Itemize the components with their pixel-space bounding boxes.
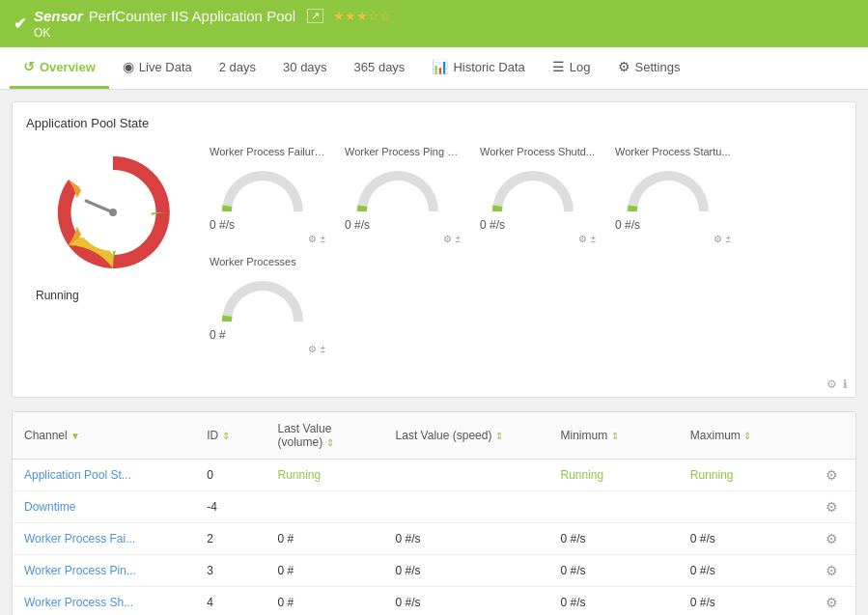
external-link-icon[interactable]: ↗	[307, 9, 323, 23]
row-gear-icon[interactable]: ⚙	[820, 563, 844, 578]
channel-link[interactable]: Application Pool St...	[24, 468, 131, 482]
col-header-lastvalspeed[interactable]: Last Value (speed) ⇕	[384, 412, 549, 460]
gauge-settings-icon[interactable]: ⚙	[308, 234, 317, 244]
tab-log[interactable]: ☰ Log	[539, 47, 604, 89]
gauge-info-icon[interactable]: ±	[591, 234, 597, 244]
gauge-svg	[615, 161, 721, 217]
col-lastvalspeed-label: Last Value (speed)	[396, 429, 492, 442]
row-gear-icon[interactable]: ⚙	[820, 595, 844, 610]
tab-overview[interactable]: ↺ Overview	[10, 47, 109, 89]
gauge-item-wp-failures: Worker Process Failures 0 #/s ⚙ ±	[200, 140, 335, 250]
min-value: 0 #/s	[561, 564, 586, 577]
cell-id: 2	[195, 523, 266, 555]
sort-lastval-icon: ⇕	[326, 437, 334, 448]
gauge-info-icon[interactable]: ±	[456, 234, 462, 244]
tab-log-label: Log	[570, 60, 591, 74]
gauge-value-wp-shutd: 0 #/s	[480, 218, 596, 232]
gauge-title-wp-startu: Worker Process Startu...	[615, 146, 731, 157]
cell-id: -4	[195, 491, 266, 523]
gauge-info-icon[interactable]: ±	[321, 234, 326, 244]
gauge-controls-wp-startu: ⚙ ±	[615, 234, 731, 244]
pool-status-label: Running	[26, 289, 79, 302]
donut-needle-center	[109, 209, 117, 216]
min-value: 0 #/s	[561, 532, 586, 545]
gauge-meter-wp-ping	[345, 161, 451, 214]
table-row: Application Pool St... 0 Running Running…	[13, 460, 855, 491]
col-header-channel[interactable]: Channel ▼	[13, 412, 195, 460]
sort-max-icon: ⇕	[743, 431, 751, 441]
gauge-svg	[345, 161, 451, 217]
table-row: Worker Process Sh... 4 0 # 0 #/s 0 #/s 0…	[13, 587, 855, 616]
gauge-card-inner: Application Pool State	[13, 102, 855, 374]
cell-maximum	[679, 491, 808, 523]
gauge-settings-icon[interactable]: ⚙	[578, 234, 587, 244]
gauge-svg	[210, 271, 316, 327]
cell-maximum: 0 #/s	[679, 587, 808, 616]
cell-lastval: Running	[266, 460, 384, 491]
cell-id: 3	[195, 555, 266, 587]
tab-30days[interactable]: 30 days	[269, 48, 341, 89]
col-header-maximum[interactable]: Maximum ⇕	[679, 412, 808, 460]
tab-historic[interactable]: 📊 Historic Data	[418, 47, 538, 89]
col-id-label: ID	[207, 429, 218, 442]
row-gear-icon[interactable]: ⚙	[820, 467, 844, 483]
row-gear-icon[interactable]: ⚙	[820, 499, 844, 515]
channel-link[interactable]: Worker Process Sh...	[24, 596, 133, 609]
gauge-svg	[210, 161, 316, 217]
header-info: Sensor PerfCounter IIS Application Pool …	[34, 8, 391, 40]
table-row: Downtime -4 ⚙	[13, 491, 855, 523]
gauge-meter-wp-processes	[210, 271, 316, 324]
gauge-settings-icon[interactable]: ⚙	[308, 344, 317, 354]
nav-tabs: ↺ Overview ◉ Live Data 2 days 30 days 36…	[0, 47, 868, 90]
col-lastval-label: Last Value(volume)	[278, 422, 332, 449]
gauge-title-wp-failures: Worker Process Failures	[210, 146, 325, 157]
gauge-info-icon[interactable]: ±	[726, 234, 732, 244]
tab-365days[interactable]: 365 days	[341, 48, 419, 89]
max-value: Running	[690, 468, 734, 482]
gauge-title-wp-ping: Worker Process Ping F...	[345, 146, 461, 157]
sensor-title: PerfCounter IIS Application Pool	[89, 8, 295, 24]
cell-channel: Application Pool St...	[13, 460, 195, 491]
col-header-lastval[interactable]: Last Value(volume) ⇕	[266, 412, 384, 460]
tab-live-data[interactable]: ◉ Live Data	[109, 47, 206, 89]
cell-maximum: Running	[679, 460, 808, 491]
info-small-icon[interactable]: ℹ	[843, 377, 848, 391]
main-content: Application Pool State	[0, 90, 868, 615]
cell-minimum: 0 #/s	[549, 587, 679, 616]
tab-settings[interactable]: ⚙ Settings	[604, 47, 694, 89]
data-table-card: Channel ▼ ID ⇕ Last Value(volume) ⇕ Last…	[12, 411, 856, 615]
tab-settings-label: Settings	[635, 60, 681, 74]
tab-30days-label: 30 days	[283, 60, 327, 74]
gauge-area: Running Worker Process Failures 0 #/s ⚙ …	[26, 140, 842, 360]
row-gear-icon[interactable]: ⚙	[820, 531, 844, 546]
stars: ★★★☆☆	[333, 9, 391, 23]
col-header-minimum[interactable]: Minimum ⇕	[549, 412, 679, 460]
cell-actions: ⚙	[808, 555, 855, 587]
gauges-grid: Worker Process Failures 0 #/s ⚙ ± Worker…	[200, 140, 842, 360]
table-header: Channel ▼ ID ⇕ Last Value(volume) ⇕ Last…	[13, 412, 855, 460]
tab-historic-label: Historic Data	[453, 60, 524, 74]
gauge-info-icon[interactable]: ±	[321, 344, 326, 354]
cell-id: 4	[195, 587, 266, 616]
gauge-settings-icon[interactable]: ⚙	[714, 234, 722, 244]
cell-channel: Downtime	[13, 491, 195, 523]
channel-link[interactable]: Worker Process Pin...	[24, 564, 136, 577]
col-header-id[interactable]: ID ⇕	[195, 412, 266, 460]
settings-small-icon[interactable]: ⚙	[826, 377, 837, 391]
tab-2days[interactable]: 2 days	[206, 48, 269, 89]
channel-link[interactable]: Downtime	[24, 500, 75, 514]
gauge-item-wp-shutd: Worker Process Shutd... 0 #/s ⚙ ±	[470, 140, 605, 250]
sort-channel-icon: ▼	[70, 431, 80, 441]
channel-link[interactable]: Worker Process Fai...	[24, 532, 135, 545]
gauge-controls-wp-ping: ⚙ ±	[345, 234, 461, 244]
tab-365days-label: 365 days	[354, 60, 406, 74]
gauge-settings-icon[interactable]: ⚙	[443, 234, 452, 244]
cell-lastval: 0 #	[266, 523, 384, 555]
min-value: 0 #/s	[561, 596, 586, 609]
cell-actions: ⚙	[808, 587, 855, 616]
gauge-item-wp-ping: Worker Process Ping F... 0 #/s ⚙ ±	[335, 140, 470, 250]
gauge-value-wp-ping: 0 #/s	[345, 218, 461, 232]
gauge-item-wp-processes: Worker Processes 0 # ⚙ ±	[200, 250, 335, 360]
table-row: Worker Process Fai... 2 0 # 0 #/s 0 #/s …	[13, 523, 855, 555]
card-bottom-icons: ⚙ ℹ	[13, 374, 855, 397]
